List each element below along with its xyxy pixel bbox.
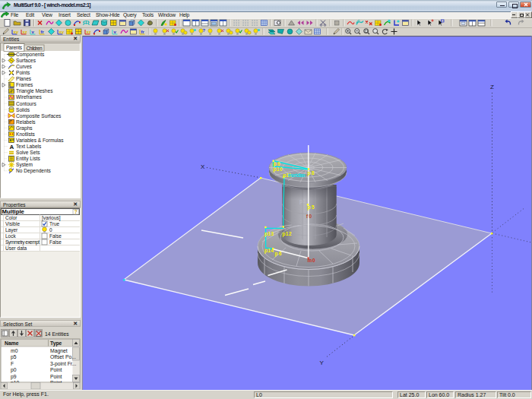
svg-text:Magnet: Magnet bbox=[50, 348, 68, 354]
svg-text:p6: p6 bbox=[275, 251, 282, 257]
svg-text:p12: p12 bbox=[283, 231, 292, 237]
svg-text:X: X bbox=[201, 163, 205, 170]
svg-text:Surfaces: Surfaces bbox=[16, 58, 36, 63]
svg-text:Name: Name bbox=[5, 340, 19, 346]
svg-text:3-point Fr...: 3-point Fr... bbox=[50, 361, 76, 367]
svg-text:xy: xy bbox=[59, 30, 65, 34]
svg-text:Point: Point bbox=[50, 367, 62, 372]
svg-text:Solve Sets: Solve Sets bbox=[16, 150, 40, 155]
svg-text:p10: p10 bbox=[274, 166, 283, 173]
svg-text:Z: Z bbox=[490, 84, 494, 90]
svg-text:xz: xz bbox=[23, 30, 27, 34]
svg-text:A: A bbox=[10, 144, 14, 150]
svg-text:p9: p9 bbox=[11, 374, 17, 380]
svg-text:Type: Type bbox=[50, 340, 62, 347]
svg-text:Layer: Layer bbox=[5, 227, 18, 233]
svg-text:Children: Children bbox=[27, 46, 43, 51]
svg-text:p0: p0 bbox=[11, 367, 17, 373]
svg-text:x=: x= bbox=[9, 138, 14, 142]
svg-text:False: False bbox=[49, 239, 62, 245]
svg-text:f0: f0 bbox=[306, 214, 312, 219]
svg-text:Entity Lists: Entity Lists bbox=[16, 156, 41, 162]
svg-text:Wireframes: Wireframes bbox=[16, 94, 42, 100]
svg-text:fr: fr bbox=[141, 30, 145, 34]
svg-text:p14: p14 bbox=[264, 248, 274, 254]
svg-text:Text Labels: Text Labels bbox=[16, 144, 42, 149]
svg-text:No Dependents: No Dependents bbox=[16, 168, 52, 174]
svg-text:xz: xz bbox=[87, 30, 91, 34]
svg-text:Visible: Visible bbox=[5, 221, 20, 226]
svg-text:Triangle Meshes: Triangle Meshes bbox=[16, 88, 53, 94]
svg-text:F: F bbox=[11, 361, 14, 366]
svg-text:Planes: Planes bbox=[16, 76, 32, 81]
svg-text:p13: p13 bbox=[264, 231, 274, 237]
svg-text:Relabels: Relabels bbox=[16, 119, 36, 125]
svg-text:p8: p8 bbox=[308, 170, 315, 176]
svg-text:False: False bbox=[49, 233, 62, 239]
svg-text:Parents: Parents bbox=[6, 45, 23, 50]
svg-text:?: ? bbox=[203, 28, 206, 33]
svg-text:fr: fr bbox=[41, 30, 45, 34]
svg-text:Variables & Formulas: Variables & Formulas bbox=[16, 138, 64, 143]
svg-text:System: System bbox=[16, 162, 33, 168]
svg-text:Composite Surfaces: Composite Surfaces bbox=[16, 113, 62, 119]
svg-text:Offset Po...: Offset Po... bbox=[50, 354, 76, 359]
svg-text:Solids: Solids bbox=[16, 107, 30, 112]
svg-text:True: True bbox=[49, 221, 60, 226]
svg-text:Symmetry exempt: Symmetry exempt bbox=[5, 239, 40, 245]
svg-text:Curves: Curves bbox=[16, 64, 33, 69]
svg-text:Knotlists: Knotlists bbox=[16, 131, 36, 137]
svg-text:m0: m0 bbox=[11, 348, 18, 353]
svg-text:xy: xy bbox=[14, 30, 19, 34]
svg-text:Lock: Lock bbox=[5, 233, 16, 239]
svg-text:Frames: Frames bbox=[16, 82, 33, 87]
svg-text:meridian: meridian bbox=[288, 173, 306, 178]
svg-text:Components: Components bbox=[16, 52, 45, 58]
svg-text:p5: p5 bbox=[11, 354, 17, 360]
svg-text:User data: User data bbox=[5, 245, 27, 251]
svg-text:v: v bbox=[32, 30, 35, 34]
svg-text:?: ? bbox=[74, 209, 78, 214]
svg-text:Contours: Contours bbox=[16, 101, 36, 106]
svg-text:[various]: [various] bbox=[42, 215, 61, 221]
svg-text:14 Entities: 14 Entities bbox=[45, 331, 69, 337]
svg-text:p1: p1 bbox=[299, 198, 306, 204]
svg-text:p5: p5 bbox=[308, 204, 315, 211]
svg-text:Graphs: Graphs bbox=[16, 125, 33, 131]
svg-text:Point: Point bbox=[50, 374, 62, 379]
svg-text:Color: Color bbox=[5, 215, 17, 220]
svg-text:Points: Points bbox=[16, 70, 30, 75]
svg-text:v: v bbox=[114, 30, 117, 34]
svg-text:Y: Y bbox=[320, 359, 325, 366]
svg-text:Multiple: Multiple bbox=[2, 208, 25, 215]
svg-text:0: 0 bbox=[49, 227, 52, 233]
